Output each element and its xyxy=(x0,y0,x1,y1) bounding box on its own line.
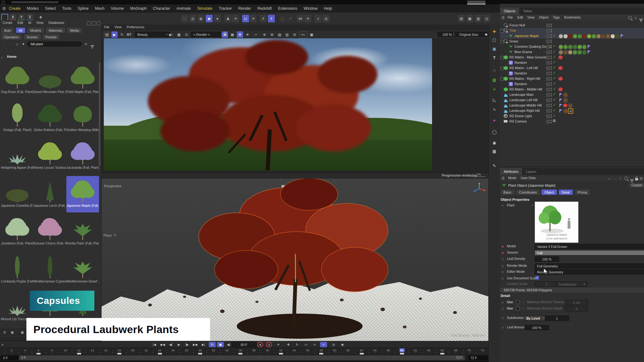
layer-toggle[interactable] xyxy=(546,50,550,54)
timeline-ruler[interactable]: 0246810121416182022242628303234363840424… xyxy=(0,348,488,355)
asset-item-kanzan-cherry-fall-pl[interactable]: Kanzan Cherry (Fall, Pl... xyxy=(34,214,66,250)
interactive-render-icon[interactable]: ▥ xyxy=(475,15,482,22)
enable-check-icon[interactable]: ✓ xyxy=(553,55,556,59)
material-tag[interactable] xyxy=(568,103,573,108)
next-frame-button[interactable]: |▶ xyxy=(184,342,191,347)
menu-help[interactable]: Help xyxy=(324,6,332,11)
layer-toggle[interactable] xyxy=(546,82,550,86)
laubwerk-tag-icon[interactable] xyxy=(620,34,624,38)
menu-animate[interactable]: Animate xyxy=(176,6,191,11)
use-min-key[interactable]: ◇ xyxy=(502,301,504,304)
clear-search-icon[interactable]: ⊗ xyxy=(84,42,88,46)
material-tag[interactable] xyxy=(568,34,573,39)
object-row-rs-camera[interactable]: RS Camera⊡ xyxy=(500,119,644,124)
pv-icon[interactable]: PV xyxy=(299,31,307,38)
object-row-tree[interactable]: −Tree xyxy=(500,28,644,33)
frame-number[interactable]: 8 xyxy=(48,348,55,352)
focus-icon[interactable]: ⊕ xyxy=(261,31,268,38)
visibility-dots[interactable] xyxy=(551,72,552,75)
frame-number[interactable]: 34 xyxy=(224,348,230,352)
asset-item-kentia-palm-fall-plant[interactable]: Kentia Palm (Fall, Plant) xyxy=(66,214,99,250)
am-lock-icon[interactable] xyxy=(635,177,638,181)
grid-view-icon[interactable]: ▦ xyxy=(9,329,15,335)
layout-toggle-3[interactable] xyxy=(97,21,101,25)
timeline-expand-icon[interactable]: ▸ xyxy=(1,342,5,347)
visibility-dots[interactable] xyxy=(551,29,552,32)
laubwerk-tag-icon[interactable] xyxy=(587,45,591,49)
asset-item-lombardy-poplar-fall[interactable]: Lombardy Poplar (Fall... xyxy=(1,252,34,288)
magnet-settings-icon[interactable]: ✳ xyxy=(250,15,257,22)
material-tag[interactable] xyxy=(568,50,573,55)
current-frame-field[interactable]: 60 F xyxy=(231,342,257,347)
record-button[interactable]: ● xyxy=(257,342,263,347)
viewport-name[interactable]: Perspective xyxy=(104,184,121,188)
layer-toggle[interactable] xyxy=(546,29,550,33)
prev-frame-button[interactable]: ◀| xyxy=(167,342,174,347)
region-icon[interactable]: ○▾ xyxy=(252,31,259,38)
laubwerk-tag-icon[interactable] xyxy=(587,50,591,54)
editor-mode-dropdown[interactable]: Render Geometry xyxy=(535,269,644,275)
subdivision-mode-dropdown[interactable]: By Level▾ xyxy=(524,315,547,321)
tab-objects[interactable]: Objects xyxy=(500,8,519,14)
material-tag[interactable] xyxy=(573,34,577,39)
redshift-tag-icon[interactable] xyxy=(558,87,563,91)
tab-attributes[interactable]: Attributes xyxy=(500,168,522,175)
am-focus-icon[interactable]: ◎ xyxy=(639,176,643,181)
solo-object-button[interactable]: ◉ xyxy=(339,342,346,347)
frame-number[interactable]: 24 xyxy=(156,348,163,352)
material-tag[interactable] xyxy=(577,34,582,39)
visibility-dots[interactable] xyxy=(551,120,552,123)
frame-number[interactable]: 36 xyxy=(237,348,244,352)
enable-check-icon[interactable]: ✓ xyxy=(553,113,556,118)
plane-tool-icon[interactable]: ▢ xyxy=(491,36,498,43)
favorites-star-icon[interactable]: ✦ xyxy=(21,41,26,47)
simulation-tool-icon[interactable]: ☉ xyxy=(491,67,498,74)
keyframe-marker[interactable] xyxy=(117,353,121,354)
sound-button[interactable]: ◀) xyxy=(225,342,232,347)
layer-toggle[interactable] xyxy=(546,77,550,81)
object-row-landscape-right-hill[interactable]: Landscape Right Hill✓⊘ xyxy=(500,108,644,113)
menu-redshift[interactable]: Redshift xyxy=(257,6,272,11)
search-filter-icon[interactable] xyxy=(91,43,94,47)
expander-icon[interactable]: − xyxy=(500,56,504,59)
menu-mograph[interactable]: MoGraph xyxy=(130,6,147,11)
redshift-tag-icon[interactable] xyxy=(563,103,567,107)
enable-check-icon[interactable]: ✓ xyxy=(553,33,556,38)
prev-key-button[interactable]: ◆◀ xyxy=(159,342,166,347)
enable-check-icon[interactable]: ✓ xyxy=(553,97,556,102)
menu-mesh[interactable]: Mesh xyxy=(95,6,105,11)
record-pla-button[interactable]: ≈ xyxy=(320,342,327,347)
workspace-icon[interactable] xyxy=(1,14,8,21)
layer-toggle[interactable] xyxy=(546,34,550,38)
asset-item-field-maple-fall-plant[interactable]: Field Maple (Fall, Plant) xyxy=(66,62,99,99)
visibility-dots[interactable] xyxy=(551,45,552,48)
frame-number[interactable]: 26 xyxy=(169,348,176,352)
material-tag[interactable] xyxy=(558,45,563,49)
frame-number[interactable]: 38 xyxy=(250,348,257,352)
coordinate-system-icon[interactable]: ✚ xyxy=(37,14,44,21)
keyframe-settings-button[interactable]: ✳ xyxy=(275,342,282,347)
frame-number[interactable]: 22 xyxy=(143,348,150,352)
visibility-dots[interactable] xyxy=(551,98,552,102)
attr-tab-basic[interactable]: Basic xyxy=(501,189,514,195)
compositing-tag-icon[interactable]: ⊘ xyxy=(568,108,573,114)
object-row-rs-matrix-main-ground[interactable]: −RS Matrix - Main Ground✓ xyxy=(500,55,644,60)
filter-all[interactable]: All xyxy=(16,28,25,33)
rt-label[interactable]: RT xyxy=(127,33,131,36)
material-tag[interactable] xyxy=(563,50,568,55)
render-gear-icon[interactable]: ✱ xyxy=(484,31,488,38)
material-tag[interactable] xyxy=(582,45,587,49)
layer-toggle[interactable] xyxy=(546,120,550,123)
symmetry-tool-icon[interactable]: ⋈ xyxy=(297,15,304,22)
visibility-dots[interactable] xyxy=(551,61,552,64)
visibility-dots[interactable] xyxy=(551,82,552,86)
redshift-tag-icon[interactable] xyxy=(558,77,563,81)
material-tag[interactable] xyxy=(568,45,573,49)
keyframe-marker[interactable] xyxy=(198,353,202,354)
axis-lock-y[interactable]: Y xyxy=(18,14,25,21)
attr-tab-object[interactable]: Object xyxy=(541,189,557,195)
filter-auto[interactable]: Auto xyxy=(1,28,14,33)
asset-item-globe-robinia-fall-pl[interactable]: Globe Robinia (Fall, Pl... xyxy=(34,100,66,137)
leaf-density-key[interactable]: ◇ xyxy=(502,257,504,261)
enable-check-icon[interactable]: ✓ xyxy=(553,76,556,80)
